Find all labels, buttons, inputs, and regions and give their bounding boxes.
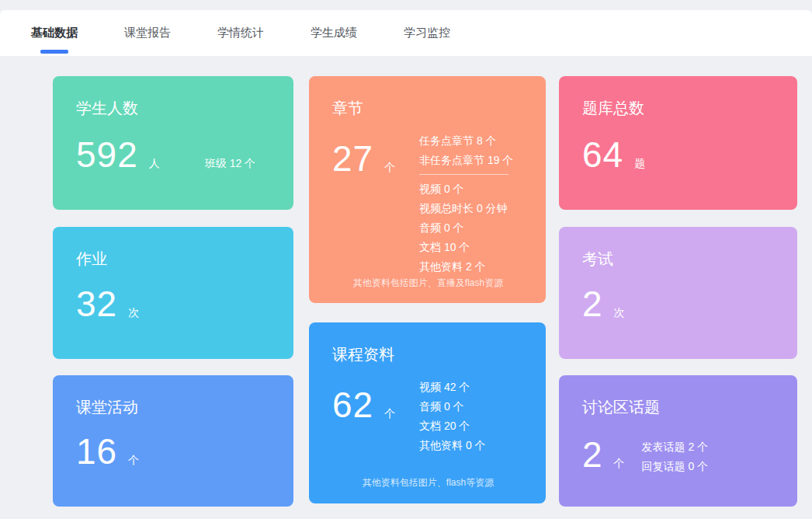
card-exams: 考试 2 次 bbox=[559, 227, 797, 359]
card-title: 考试 bbox=[582, 249, 776, 270]
tab-label: 基础数据 bbox=[31, 26, 78, 40]
stat-row: 16 个 bbox=[76, 430, 272, 496]
stat-row: 27 个 任务点章节 8 个 非任务点章节 19 个 视频 0 个 视频总时长 … bbox=[332, 131, 524, 277]
top-strip bbox=[0, 0, 812, 10]
stat-value: 16 bbox=[76, 430, 117, 472]
tab-label: 学情统计 bbox=[217, 26, 264, 40]
card-homework: 作业 32 次 bbox=[53, 227, 293, 359]
detail-item: 其他资料 2 个 bbox=[419, 257, 524, 277]
tab-class-report[interactable]: 课堂报告 bbox=[124, 10, 171, 56]
stat-unit: 个 bbox=[128, 454, 139, 468]
tab-learning-stats[interactable]: 学情统计 bbox=[217, 10, 264, 56]
stat-unit: 次 bbox=[614, 306, 625, 320]
stat-value: 64 bbox=[582, 134, 623, 176]
stat-unit: 个 bbox=[384, 161, 395, 175]
card-student-count: 学生人数 592 人 班级 12 个 bbox=[53, 76, 293, 210]
tab-student-grades[interactable]: 学生成绩 bbox=[311, 10, 357, 56]
stat-row: 64 题 bbox=[582, 134, 776, 199]
card-footnote: 其他资料包括图片、flash等资源 bbox=[332, 476, 524, 493]
detail-item: 视频 0 个 bbox=[419, 179, 524, 199]
detail-list: 视频 42 个 音频 0 个 文档 20 个 其他资料 0 个 bbox=[419, 378, 524, 455]
tab-label: 学习监控 bbox=[404, 26, 450, 40]
detail-item: 视频总时长 0 分钟 bbox=[419, 199, 524, 218]
stat-row: 2 次 bbox=[582, 283, 776, 348]
detail-item: 文档 20 个 bbox=[419, 416, 524, 436]
tab-label: 课堂报告 bbox=[124, 26, 171, 40]
stat-col: 27 个 bbox=[332, 138, 419, 277]
stat-col: 62 个 bbox=[332, 384, 419, 455]
detail-item: 任务点章节 8 个 bbox=[419, 131, 524, 151]
card-footnote: 其他资料包括图片、直播及flash资源 bbox=[332, 277, 524, 293]
card-discussion-topics: 讨论区话题 2 个 发表话题 2 个 回复话题 0 个 bbox=[559, 375, 797, 507]
tab-bar: 基础数据 课堂报告 学情统计 学生成绩 学习监控 bbox=[0, 10, 812, 56]
column-middle: 章节 27 个 任务点章节 8 个 非任务点章节 19 个 视频 0 个 视频总… bbox=[309, 76, 546, 507]
stat-value: 592 bbox=[76, 134, 138, 176]
detail-item: 音频 0 个 bbox=[419, 218, 524, 238]
card-title: 课程资料 bbox=[332, 344, 524, 365]
stat-value: 2 bbox=[582, 434, 603, 475]
stat-extra: 班级 12 个 bbox=[205, 157, 255, 171]
column-right: 题库总数 64 题 考试 2 次 讨论区话题 2 个 发表话题 2 个 回复话题… bbox=[559, 76, 797, 507]
stat-unit: 个 bbox=[614, 457, 625, 471]
card-title: 课堂活动 bbox=[76, 397, 272, 418]
card-course-materials: 课程资料 62 个 视频 42 个 音频 0 个 文档 20 个 其他资料 0 … bbox=[309, 322, 546, 503]
card-title: 题库总数 bbox=[582, 98, 776, 119]
detail-list: 任务点章节 8 个 非任务点章节 19 个 视频 0 个 视频总时长 0 分钟 … bbox=[419, 131, 524, 277]
column-left: 学生人数 592 人 班级 12 个 作业 32 次 课堂活动 16 个 bbox=[53, 76, 293, 507]
detail-item: 视频 42 个 bbox=[419, 378, 524, 397]
detail-item: 非任务点章节 19 个 bbox=[419, 151, 524, 170]
detail-item: 发表话题 2 个 bbox=[642, 437, 772, 457]
card-title: 讨论区话题 bbox=[582, 397, 776, 418]
stat-row: 62 个 视频 42 个 音频 0 个 文档 20 个 其他资料 0 个 bbox=[332, 378, 524, 455]
tab-basic-data[interactable]: 基础数据 bbox=[31, 10, 78, 56]
stat-value: 2 bbox=[582, 283, 603, 325]
tab-label: 学生成绩 bbox=[311, 26, 357, 40]
stat-unit: 题 bbox=[634, 157, 645, 171]
detail-item: 其他资料 0 个 bbox=[419, 436, 524, 455]
detail-list: 发表话题 2 个 回复话题 0 个 bbox=[642, 437, 772, 476]
detail-divider bbox=[419, 174, 508, 175]
stat-value: 62 bbox=[332, 384, 373, 426]
card-class-activities: 课堂活动 16 个 bbox=[53, 375, 293, 507]
stat-unit: 次 bbox=[128, 306, 139, 320]
stat-value: 27 bbox=[332, 138, 373, 179]
card-chapters: 章节 27 个 任务点章节 8 个 非任务点章节 19 个 视频 0 个 视频总… bbox=[309, 76, 546, 303]
dashboard: 学生人数 592 人 班级 12 个 作业 32 次 课堂活动 16 个 章节 bbox=[0, 56, 812, 507]
card-title: 章节 bbox=[332, 98, 524, 119]
stat-unit: 人 bbox=[149, 157, 160, 171]
stat-row: 592 人 班级 12 个 bbox=[76, 134, 272, 199]
detail-item: 文档 10 个 bbox=[419, 238, 524, 257]
tab-learning-monitor[interactable]: 学习监控 bbox=[404, 10, 450, 56]
card-title: 学生人数 bbox=[76, 98, 272, 119]
card-question-bank: 题库总数 64 题 bbox=[559, 76, 797, 210]
active-tab-indicator bbox=[40, 50, 68, 54]
stat-row: 2 个 发表话题 2 个 回复话题 0 个 bbox=[582, 434, 776, 496]
stat-unit: 个 bbox=[384, 407, 395, 421]
stat-value: 32 bbox=[76, 283, 117, 325]
stat-row: 32 次 bbox=[76, 283, 272, 348]
card-title: 作业 bbox=[76, 249, 272, 270]
detail-item: 音频 0 个 bbox=[419, 397, 524, 416]
detail-item: 回复话题 0 个 bbox=[642, 457, 772, 476]
